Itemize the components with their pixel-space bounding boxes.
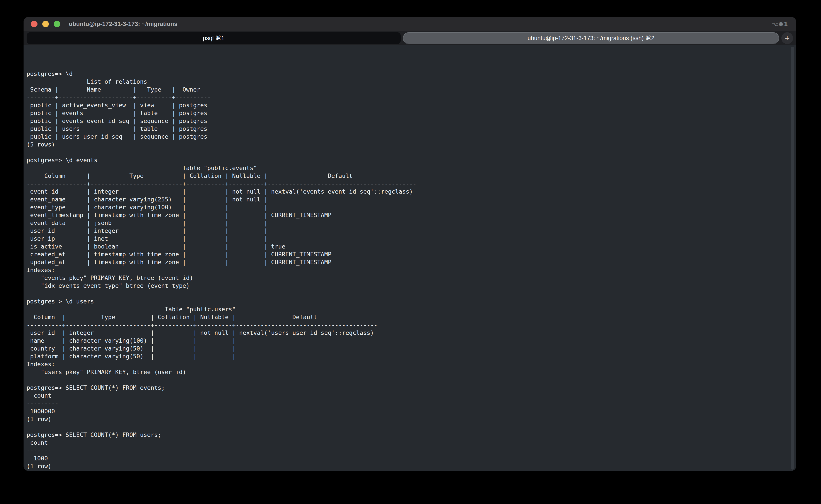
close-button[interactable] <box>31 21 37 27</box>
scrollbar-thumb[interactable] <box>791 47 794 470</box>
plus-icon: + <box>785 34 790 43</box>
window-shortcut-hint: ⌥⌘1 <box>772 21 788 27</box>
minimize-button[interactable] <box>42 21 49 27</box>
terminal-window: ubuntu@ip-172-31-3-173: ~/migrations ⌥⌘1… <box>24 17 796 471</box>
tab-psql[interactable]: psql ⌘1 <box>27 32 401 44</box>
terminal-output: postgres=> \d List of relations Schema |… <box>27 70 796 470</box>
tab-bar: psql ⌘1 ubuntu@ip-172-31-3-173: ~/migrat… <box>24 31 796 45</box>
tab-ssh-migrations[interactable]: ubuntu@ip-172-31-3-173: ~/migrations (ss… <box>403 32 779 44</box>
tab-ssh-migrations-label: ubuntu@ip-172-31-3-173: ~/migrations (ss… <box>528 35 654 42</box>
new-tab-button[interactable]: + <box>781 32 793 44</box>
window-titlebar[interactable]: ubuntu@ip-172-31-3-173: ~/migrations ⌥⌘1 <box>24 17 796 31</box>
tab-psql-label: psql ⌘1 <box>203 35 224 42</box>
terminal-content[interactable]: postgres=> \d List of relations Schema |… <box>24 45 796 471</box>
traffic-lights <box>31 21 60 27</box>
window-title: ubuntu@ip-172-31-3-173: ~/migrations <box>69 21 177 27</box>
scrollbar[interactable] <box>790 47 794 470</box>
zoom-button[interactable] <box>54 21 60 27</box>
